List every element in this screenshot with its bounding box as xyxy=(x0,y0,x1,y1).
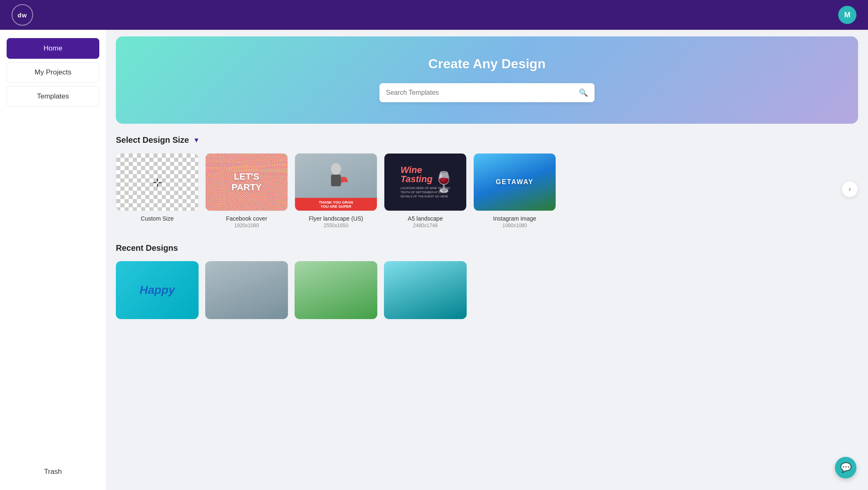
recent-design-4[interactable] xyxy=(384,261,467,319)
hero-banner: Create Any Design 🔍 xyxy=(116,36,858,124)
fb-cover-text: LET'SPARTY xyxy=(232,171,262,193)
design-size-section-header: Select Design Size ▼ xyxy=(116,135,858,145)
flyer-preview: THANK YOU GRANYOU ARE SUPER xyxy=(295,153,377,211)
recent-design-3[interactable] xyxy=(295,261,377,319)
wine-details: LOCATION HERE OF WINE TASTINGTENTH OF SE… xyxy=(400,186,450,198)
flyer-landscape-thumb: THANK YOU GRANYOU ARE SUPER xyxy=(295,153,377,211)
wine-subtitle: Tasting xyxy=(400,175,432,184)
sidebar-item-templates[interactable]: Templates xyxy=(7,86,99,107)
fb-cover-preview: LET'SPARTY xyxy=(206,153,288,211)
chat-button[interactable]: 💬 xyxy=(835,457,856,478)
top-navigation: dw M xyxy=(0,0,868,30)
flyer-hero-icon xyxy=(319,160,352,193)
recent-designs-header: Recent Designs xyxy=(116,243,858,253)
main-content: Create Any Design 🔍 Select Design Size ▼… xyxy=(106,30,868,490)
sidebar-item-my-projects[interactable]: My Projects xyxy=(7,62,99,83)
insta-preview: GETAWAY xyxy=(474,153,556,211)
custom-size-thumb: ⊹ xyxy=(116,153,199,211)
wine-title: Wine xyxy=(400,166,422,175)
facebook-cover-thumb: LET'SPARTY xyxy=(205,153,288,211)
recent-designs-row: Happy xyxy=(116,261,858,319)
search-icon: 🔍 xyxy=(579,88,588,97)
size-card-custom[interactable]: ⊹ Custom Size xyxy=(116,153,199,222)
user-avatar[interactable]: M xyxy=(838,6,856,24)
scroll-next-button[interactable]: › xyxy=(842,181,858,197)
flyer-img-area xyxy=(295,153,377,199)
recent-design-1[interactable]: Happy xyxy=(116,261,199,319)
size-card-a5-dims: 2480x1748 xyxy=(413,223,437,228)
design-size-title: Select Design Size xyxy=(116,135,189,145)
crop-icon: ⊹ xyxy=(153,175,162,189)
size-card-flyer-dims: 2550x1650 xyxy=(324,223,348,228)
size-card-custom-name: Custom Size xyxy=(141,215,173,222)
size-card-flyer-name: Flyer landscape (US) xyxy=(309,215,363,222)
size-card-facebook-name: Facebook cover xyxy=(226,215,267,222)
size-card-instagram-name: Instagram image xyxy=(493,215,536,222)
recent-card-1-text: Happy xyxy=(136,280,178,300)
size-card-facebook-cover[interactable]: LET'SPARTY Facebook cover 1920x1080 xyxy=(205,153,288,228)
sidebar: Home My Projects Templates Trash xyxy=(0,30,106,490)
app-logo[interactable]: dw xyxy=(12,4,33,26)
search-bar: 🔍 xyxy=(379,83,595,102)
size-card-a5-landscape[interactable]: Wine Tasting LOCATION HERE OF WINE TASTI… xyxy=(384,153,467,228)
recent-design-2[interactable] xyxy=(205,261,288,319)
size-card-instagram-dims: 1080x1080 xyxy=(502,223,527,228)
size-card-flyer-landscape[interactable]: THANK YOU GRANYOU ARE SUPER Flyer landsc… xyxy=(295,153,377,228)
filter-icon[interactable]: ▼ xyxy=(193,137,200,144)
design-sizes-row: ⊹ Custom Size LET'SPARTY Facebook cover … xyxy=(116,153,858,228)
a5-preview: Wine Tasting LOCATION HERE OF WINE TASTI… xyxy=(384,153,466,211)
insta-text: GETAWAY xyxy=(496,178,533,186)
recent-designs-title: Recent Designs xyxy=(116,243,178,253)
flyer-bottom-text: THANK YOU GRANYOU ARE SUPER xyxy=(295,198,377,211)
hero-title: Create Any Design xyxy=(428,56,545,72)
search-input[interactable] xyxy=(386,89,579,96)
sidebar-top: Home My Projects Templates xyxy=(7,38,99,107)
size-card-instagram[interactable]: GETAWAY Instagram image 1080x1080 xyxy=(473,153,556,228)
size-card-facebook-dims: 1920x1080 xyxy=(234,223,259,228)
chat-icon: 💬 xyxy=(840,462,851,473)
main-layout: Home My Projects Templates Trash Create … xyxy=(0,30,868,490)
svg-rect-1 xyxy=(331,175,341,186)
sidebar-item-home[interactable]: Home xyxy=(7,38,99,59)
svg-point-0 xyxy=(331,163,341,175)
size-card-a5-name: A5 landscape xyxy=(408,215,443,222)
instagram-thumb: GETAWAY xyxy=(473,153,556,211)
a5-landscape-thumb: Wine Tasting LOCATION HERE OF WINE TASTI… xyxy=(384,153,467,211)
sidebar-item-trash[interactable]: Trash xyxy=(7,462,99,482)
